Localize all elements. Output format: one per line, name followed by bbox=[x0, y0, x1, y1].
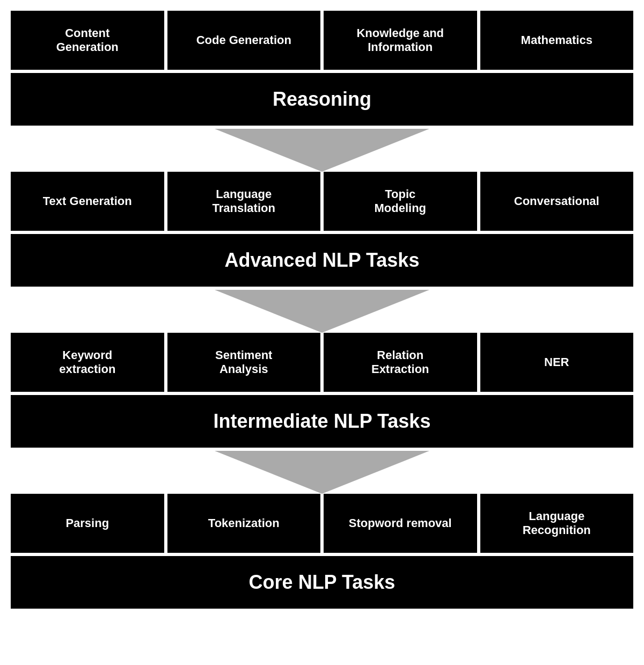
svg-marker-0 bbox=[215, 129, 429, 172]
mathematics-box: Mathematics bbox=[480, 11, 634, 70]
top-row: ContentGeneration Code Generation Knowle… bbox=[11, 11, 633, 70]
core-nlp-section: Parsing Tokenization Stopword removal La… bbox=[11, 494, 633, 609]
svg-marker-1 bbox=[215, 290, 429, 333]
advanced-nlp-section: Text Generation LanguageTranslation Topi… bbox=[11, 172, 633, 287]
core-nlp-bar: Core NLP Tasks bbox=[11, 556, 633, 609]
conversational-box: Conversational bbox=[480, 172, 634, 231]
core-row: Parsing Tokenization Stopword removal La… bbox=[11, 494, 633, 553]
parsing-box: Parsing bbox=[11, 494, 164, 553]
text-generation-box: Text Generation bbox=[11, 172, 164, 231]
triangle-2 bbox=[11, 290, 633, 333]
ner-box: NER bbox=[480, 333, 634, 392]
intermediate-nlp-bar: Intermediate NLP Tasks bbox=[11, 395, 633, 448]
triangle-1 bbox=[11, 129, 633, 172]
topic-modeling-box: TopicModeling bbox=[324, 172, 477, 231]
sentiment-analysis-box: SentimentAnalysis bbox=[167, 333, 321, 392]
code-generation-box: Code Generation bbox=[167, 11, 321, 70]
triangle-3 bbox=[11, 451, 633, 494]
intermediate-nlp-section: Keywordextraction SentimentAnalysis Rela… bbox=[11, 333, 633, 448]
advanced-row: Text Generation LanguageTranslation Topi… bbox=[11, 172, 633, 231]
language-translation-box: LanguageTranslation bbox=[167, 172, 321, 231]
relation-extraction-box: RelationExtraction bbox=[324, 333, 477, 392]
svg-marker-2 bbox=[215, 451, 429, 494]
stopword-removal-box: Stopword removal bbox=[324, 494, 477, 553]
keyword-extraction-box: Keywordextraction bbox=[11, 333, 164, 392]
content-generation-box: ContentGeneration bbox=[11, 11, 164, 70]
intermediate-row: Keywordextraction SentimentAnalysis Rela… bbox=[11, 333, 633, 392]
knowledge-information-box: Knowledge andInformation bbox=[324, 11, 477, 70]
advanced-nlp-bar: Advanced NLP Tasks bbox=[11, 234, 633, 287]
tokenization-box: Tokenization bbox=[167, 494, 321, 553]
nlp-diagram: ContentGeneration Code Generation Knowle… bbox=[11, 11, 633, 609]
reasoning-bar: Reasoning bbox=[11, 73, 633, 126]
language-recognition-box: LanguageRecognition bbox=[480, 494, 634, 553]
